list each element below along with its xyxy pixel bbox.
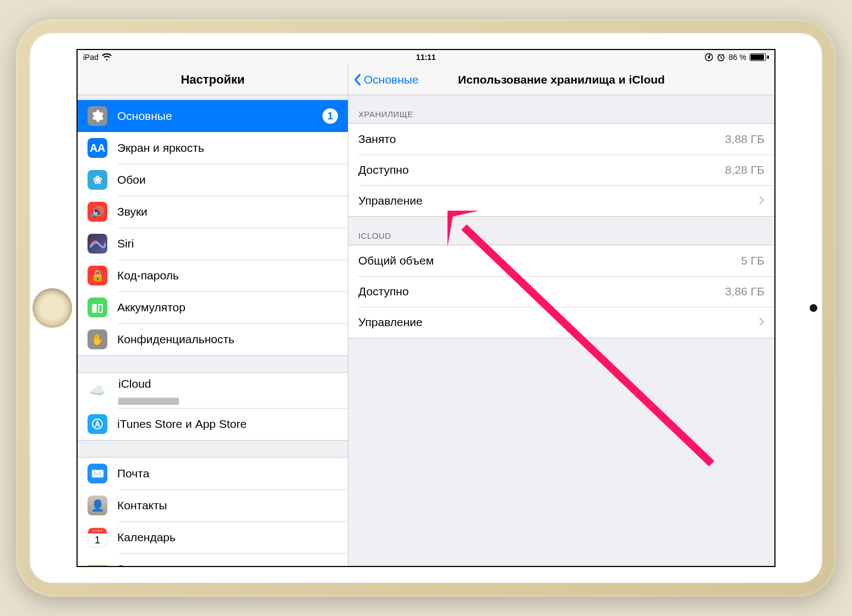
sidebar-item-general[interactable]: Основные1 — [78, 100, 348, 132]
row-storage-avail: Доступно8,28 ГБ — [348, 155, 774, 185]
orientation-lock-icon — [704, 53, 713, 62]
row-icloud-avail-label: Доступно — [358, 285, 409, 298]
status-bar: iPad 11:11 86 % — [78, 50, 774, 64]
sidebar-item-battery[interactable]: ▮▯Аккумулятор — [78, 292, 348, 323]
sidebar-item-contacts-icon: 👤 — [88, 496, 107, 515]
sidebar-item-siri[interactable]: Siri — [78, 228, 348, 260]
row-storage-manage[interactable]: Управление — [348, 185, 774, 216]
row-icloud-manage-label: Управление — [358, 316, 423, 329]
sidebar-item-general-badge: 1 — [323, 108, 338, 124]
sidebar-item-icloud[interactable]: ☁️iCloud — [78, 373, 348, 408]
row-storage-used: Занято3,88 ГБ — [348, 124, 774, 155]
row-icloud-avail: Доступно3,86 ГБ — [348, 276, 774, 307]
back-label: Основные — [364, 73, 419, 86]
sidebar-item-calendar-label: Календарь — [117, 531, 176, 544]
row-storage-manage-label: Управление — [358, 194, 423, 207]
sidebar-item-sounds[interactable]: 🔊Звуки — [78, 196, 348, 228]
back-button[interactable]: Основные — [348, 73, 419, 86]
detail-pane: Основные Использование хранилища и iClou… — [348, 64, 774, 566]
sidebar-item-wallpaper-icon: ❀ — [88, 170, 107, 190]
row-icloud-total-value: 5 ГБ — [741, 254, 764, 267]
sidebar-item-sounds-icon: 🔊 — [88, 202, 107, 222]
section-header: ХРАНИЛИЩЕ — [348, 95, 774, 123]
row-icloud-manage[interactable]: Управление — [348, 307, 774, 338]
sidebar-item-display[interactable]: AAЭкран и яркость — [78, 132, 348, 164]
chevron-right-icon — [759, 316, 764, 329]
sidebar-item-general-label: Основные — [117, 109, 172, 123]
sidebar-item-notes[interactable]: Заметки — [78, 553, 348, 566]
sidebar-item-contacts[interactable]: 👤Контакты — [78, 490, 348, 521]
front-camera — [810, 304, 817, 312]
sidebar-item-general-icon — [88, 106, 107, 126]
row-icloud-total: Общий объем5 ГБ — [348, 245, 774, 276]
sidebar-item-calendar[interactable]: • • • •1Календарь — [78, 521, 348, 553]
sidebar-item-contacts-label: Контакты — [117, 499, 167, 512]
row-icloud-avail-value: 3,86 ГБ — [725, 285, 764, 298]
wifi-icon — [102, 53, 112, 61]
row-icloud-total-label: Общий объем — [358, 254, 434, 267]
chevron-right-icon — [759, 194, 764, 207]
sidebar-item-notes-icon — [88, 559, 107, 566]
sidebar-item-passcode-label: Код-пароль — [117, 269, 179, 282]
sidebar-item-wallpaper[interactable]: ❀Обои — [78, 164, 348, 196]
sidebar-item-notes-label: Заметки — [117, 563, 161, 566]
screen: iPad 11:11 86 % — [77, 49, 775, 567]
sidebar-item-mail-label: Почта — [117, 467, 149, 480]
row-storage-avail-value: 8,28 ГБ — [725, 163, 764, 177]
row-storage-avail-label: Доступно — [358, 163, 409, 177]
sidebar-item-itunes[interactable]: ⒶiTunes Store и App Store — [78, 408, 348, 440]
status-time: 11:11 — [416, 53, 436, 62]
sidebar-item-battery-icon: ▮▯ — [88, 298, 107, 317]
svg-rect-1 — [708, 56, 710, 58]
sidebar-item-privacy-icon: ✋ — [88, 329, 107, 349]
sidebar-item-itunes-icon: Ⓐ — [88, 414, 107, 434]
sidebar-header: Настройки — [78, 64, 348, 95]
battery-icon — [750, 53, 769, 61]
sidebar-item-privacy[interactable]: ✋Конфиденциальность — [78, 323, 348, 355]
section-header: ICLOUD — [348, 217, 774, 245]
detail-title: Использование хранилища и iCloud — [458, 73, 665, 86]
battery-percent: 86 % — [729, 53, 746, 62]
settings-sidebar: Настройки Основные1AAЭкран и яркость❀Обо… — [78, 64, 348, 566]
sidebar-item-battery-label: Аккумулятор — [117, 301, 185, 314]
sidebar-item-calendar-icon: • • • •1 — [88, 527, 107, 547]
detail-header: Основные Использование хранилища и iClou… — [348, 64, 774, 95]
device-label: iPad — [83, 53, 99, 62]
sidebar-item-privacy-label: Конфиденциальность — [117, 333, 234, 346]
sidebar-item-passcode[interactable]: 🔒Код-пароль — [78, 260, 348, 292]
sidebar-item-wallpaper-label: Обои — [117, 173, 146, 186]
sidebar-item-icloud-label: iCloud — [118, 377, 151, 391]
row-storage-used-label: Занято — [358, 133, 396, 146]
ipad-frame: iPad 11:11 86 % — [16, 19, 836, 597]
sidebar-item-sounds-label: Звуки — [117, 205, 148, 218]
sidebar-item-itunes-label: iTunes Store и App Store — [117, 417, 247, 431]
sidebar-item-passcode-icon: 🔒 — [88, 266, 107, 285]
ipad-bezel: iPad 11:11 86 % — [30, 33, 822, 583]
sidebar-title: Настройки — [181, 73, 244, 87]
sidebar-item-siri-label: Siri — [117, 237, 134, 250]
sidebar-item-icloud-subtext — [118, 396, 179, 405]
sidebar-item-mail-icon: ✉️ — [88, 464, 107, 483]
sidebar-item-siri-icon — [88, 234, 107, 254]
sidebar-item-icloud-icon: ☁️ — [88, 381, 107, 400]
sidebar-item-display-label: Экран и яркость — [117, 141, 204, 155]
alarm-icon — [717, 53, 725, 62]
sidebar-item-mail[interactable]: ✉️Почта — [78, 458, 348, 490]
sidebar-item-display-icon: AA — [88, 138, 107, 158]
row-storage-used-value: 3,88 ГБ — [725, 133, 764, 146]
home-button[interactable] — [32, 288, 72, 328]
